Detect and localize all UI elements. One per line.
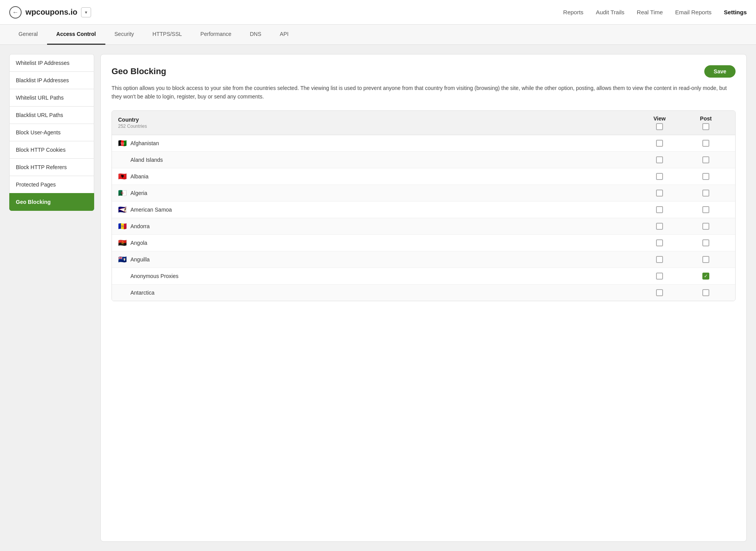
view-check-anonymous-proxies[interactable] <box>636 273 683 280</box>
view-checkbox[interactable] <box>656 256 663 263</box>
post-checkbox[interactable] <box>702 223 709 230</box>
view-check-antarctica[interactable] <box>636 289 683 296</box>
nav-settings[interactable]: Settings <box>724 9 747 15</box>
flag-icon <box>118 290 127 296</box>
tab-security[interactable]: Security <box>105 25 144 45</box>
back-button[interactable]: ← <box>9 6 22 19</box>
post-checkbox-checked[interactable]: ✓ <box>702 273 709 280</box>
post-checkbox[interactable] <box>702 256 709 263</box>
country-cell: 🇦🇮 Anguilla <box>118 256 636 263</box>
tab-api[interactable]: API <box>271 25 298 45</box>
country-name: Anonymous Proxies <box>130 273 179 279</box>
post-checkbox[interactable] <box>702 156 709 163</box>
sidebar: Whitelist IP Addresses Blacklist IP Addr… <box>9 54 94 542</box>
post-check-american-samoa[interactable] <box>683 206 729 213</box>
table-row: 🇦🇮 Anguilla <box>112 251 735 268</box>
sidebar-item-whitelist-ip[interactable]: Whitelist IP Addresses <box>9 54 94 71</box>
view-check-andorra[interactable] <box>636 223 683 230</box>
sidebar-item-blacklist-url[interactable]: Blacklist URL Paths <box>9 106 94 124</box>
country-name: Andorra <box>130 223 150 229</box>
table-row: 🇦🇫 Afghanistan <box>112 135 735 152</box>
flag-icon: 🇦🇱 <box>118 173 127 180</box>
site-name: wpcoupons.io <box>25 8 77 17</box>
country-name: Afghanistan <box>130 140 159 146</box>
tab-bar: General Access Control Security HTTPS/SS… <box>0 25 756 45</box>
post-check-albania[interactable] <box>683 173 729 180</box>
sidebar-item-protected-pages[interactable]: Protected Pages <box>9 176 94 193</box>
view-checkbox[interactable] <box>656 140 663 147</box>
post-column-header: Post <box>683 115 729 130</box>
tab-access-control[interactable]: Access Control <box>47 25 105 45</box>
country-cell: Antarctica <box>118 290 636 296</box>
post-check-aland[interactable] <box>683 156 729 163</box>
view-check-angola[interactable] <box>636 239 683 246</box>
tab-performance[interactable]: Performance <box>191 25 240 45</box>
view-column-header: View <box>636 115 683 130</box>
table-row: 🇦🇸 American Samoa <box>112 202 735 218</box>
sidebar-item-whitelist-url[interactable]: Whitelist URL Paths <box>9 89 94 106</box>
country-cell: 🇦🇸 American Samoa <box>118 207 636 213</box>
site-dropdown-button[interactable]: ▾ <box>81 7 91 17</box>
view-check-afghanistan[interactable] <box>636 140 683 147</box>
view-checkbox[interactable] <box>656 190 663 197</box>
post-check-andorra[interactable] <box>683 223 729 230</box>
country-name: Angola <box>130 240 147 246</box>
tab-general[interactable]: General <box>9 25 47 45</box>
view-check-algeria[interactable] <box>636 190 683 197</box>
geo-blocking-description: This option allows you to block access t… <box>112 84 736 101</box>
post-check-anguilla[interactable] <box>683 256 729 263</box>
country-cell: 🇩🇿 Algeria <box>118 190 636 196</box>
country-name: Algeria <box>130 190 147 196</box>
post-check-algeria[interactable] <box>683 190 729 197</box>
view-checkbox[interactable] <box>656 206 663 213</box>
post-checkbox[interactable] <box>702 140 709 147</box>
post-checkbox[interactable] <box>702 173 709 180</box>
view-checkbox[interactable] <box>656 223 663 230</box>
page-title: Geo Blocking <box>112 66 166 76</box>
sidebar-item-block-http-cookies[interactable]: Block HTTP Cookies <box>9 141 94 158</box>
view-checkbox[interactable] <box>656 239 663 246</box>
flag-icon <box>118 157 127 163</box>
table-row: 🇦🇴 Angola <box>112 235 735 251</box>
country-cell: Aland Islands <box>118 157 636 163</box>
view-check-american-samoa[interactable] <box>636 206 683 213</box>
view-checkbox[interactable] <box>656 273 663 280</box>
country-name: American Samoa <box>130 207 172 213</box>
flag-icon: 🇦🇩 <box>118 223 127 229</box>
tab-dns[interactable]: DNS <box>241 25 271 45</box>
view-check-albania[interactable] <box>636 173 683 180</box>
view-checkbox[interactable] <box>656 173 663 180</box>
top-nav-links: Reports Audit Trails Real Time Email Rep… <box>563 9 747 15</box>
post-check-antarctica[interactable] <box>683 289 729 296</box>
view-check-aland[interactable] <box>636 156 683 163</box>
post-check-anonymous-proxies[interactable]: ✓ <box>683 273 729 280</box>
sidebar-item-block-user-agents[interactable]: Block User-Agents <box>9 124 94 141</box>
view-all-checkbox[interactable] <box>656 123 663 130</box>
country-column-header: Country 252 Countries <box>118 117 636 129</box>
nav-reports[interactable]: Reports <box>563 9 583 15</box>
tab-https-ssl[interactable]: HTTPS/SSL <box>143 25 191 45</box>
top-navigation: ← wpcoupons.io ▾ Reports Audit Trails Re… <box>0 0 756 25</box>
country-cell: Anonymous Proxies <box>118 273 636 279</box>
view-checkbox[interactable] <box>656 156 663 163</box>
save-button[interactable]: Save <box>704 65 736 78</box>
sidebar-item-geo-blocking[interactable]: Geo Blocking <box>9 193 94 211</box>
flag-icon: 🇦🇸 <box>118 207 127 213</box>
post-check-afghanistan[interactable] <box>683 140 729 147</box>
flag-icon: 🇦🇫 <box>118 140 127 146</box>
post-all-checkbox[interactable] <box>702 123 709 130</box>
country-cell: 🇦🇩 Andorra <box>118 223 636 229</box>
nav-audit-trails[interactable]: Audit Trails <box>596 9 624 15</box>
nav-email-reports[interactable]: Email Reports <box>675 9 712 15</box>
post-checkbox[interactable] <box>702 239 709 246</box>
flag-icon: 🇦🇴 <box>118 240 127 246</box>
view-checkbox[interactable] <box>656 289 663 296</box>
post-checkbox[interactable] <box>702 206 709 213</box>
post-checkbox[interactable] <box>702 190 709 197</box>
view-check-anguilla[interactable] <box>636 256 683 263</box>
post-checkbox[interactable] <box>702 289 709 296</box>
post-check-angola[interactable] <box>683 239 729 246</box>
sidebar-item-block-http-referers[interactable]: Block HTTP Referers <box>9 158 94 176</box>
sidebar-item-blacklist-ip[interactable]: Blacklist IP Addresses <box>9 71 94 89</box>
nav-real-time[interactable]: Real Time <box>637 9 663 15</box>
